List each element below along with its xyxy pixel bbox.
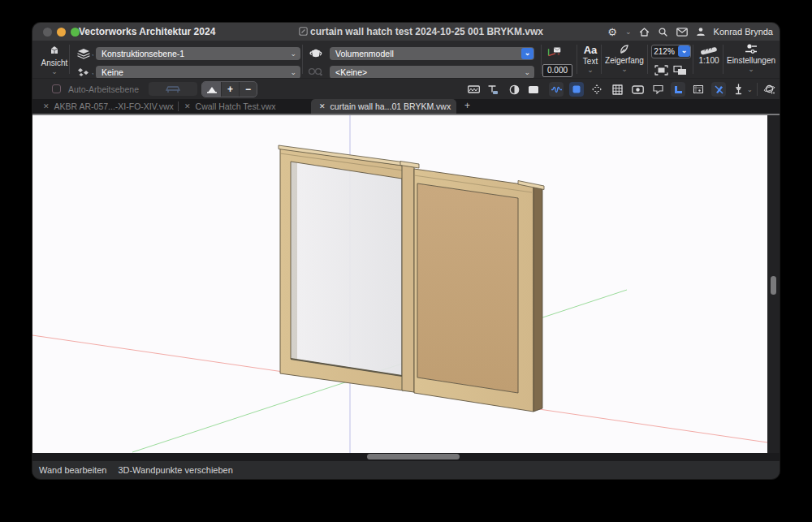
glass-pane (291, 162, 402, 376)
look-at-workplane-icon (206, 84, 218, 94)
classes-icon[interactable]: ⌄ (76, 64, 93, 79)
settings-sliders-icon (744, 43, 758, 55)
separator (541, 45, 542, 74)
plan-rotation-axes-icon: x (545, 45, 563, 59)
document-tab-bar: ✕ AKBR AR-057...-XI-FO-XIV.vwx ✕ Cwall H… (32, 99, 780, 114)
title-bar: Vectorworks Architektur 2024 curtain wal… (32, 23, 780, 41)
mail-icon[interactable] (676, 26, 688, 37)
mullion (402, 165, 414, 392)
mode-bar: Auto-Arbeitsebene + − (32, 78, 780, 100)
annotation-icon[interactable] (650, 82, 665, 97)
render-mode-value: Volumenmodell (335, 49, 394, 58)
separator (601, 45, 602, 74)
camera-eye-icon[interactable] (630, 82, 645, 97)
gear-chevron-icon[interactable]: ⌄ (625, 28, 632, 36)
hatch-display-icon[interactable] (466, 82, 481, 97)
settings-label: Einstellungen (725, 56, 777, 65)
render-mode-chevron-button[interactable]: ⌄ (521, 48, 533, 59)
layers-icon[interactable]: ⌄ (76, 46, 93, 61)
auto-workplane-checkbox[interactable] (52, 84, 61, 93)
plumb-chevron-icon[interactable]: ⌄ (747, 86, 753, 93)
tab-cwall-hatch-test[interactable]: ✕ Cwall Hatch Test.vwx (184, 99, 276, 114)
text-menu-button[interactable]: Aa Text ⌄ (573, 44, 607, 74)
layer-dropdown[interactable]: Konstruktionsebene-1 ⌄ (96, 47, 300, 60)
class-dropdown-value: Keine (102, 67, 123, 77)
zoom-out-button[interactable]: − (240, 82, 257, 97)
fill-panel-icon[interactable] (526, 82, 541, 97)
view-zoom-segmented-control: + − (201, 81, 257, 97)
separator (302, 45, 303, 74)
drawing-canvas[interactable] (32, 115, 767, 453)
text-aa-icon: Aa (573, 44, 607, 56)
status-hint: 3D-Wandpunkte verschieben (118, 465, 232, 475)
settings-menu-button[interactable]: Einstellungen ⌄ (725, 43, 777, 73)
gear-icon[interactable]: ⚙ (607, 26, 618, 37)
saved-view-dropdown[interactable]: <Keine> ⌄ (330, 66, 534, 79)
class-dropdown[interactable]: Keine ⌄ (96, 66, 300, 79)
view-menu-button[interactable]: Ansicht ⌄ (37, 43, 72, 75)
search-icon[interactable] (658, 26, 669, 37)
app-window: Vectorworks Architektur 2024 curtain wal… (32, 23, 780, 479)
no-pen-icon[interactable] (711, 82, 726, 97)
spring-constraint-icon[interactable] (549, 82, 564, 97)
snapping-menu-button[interactable]: Zeigerfang ⌄ (604, 43, 645, 73)
workplane-button[interactable] (149, 82, 197, 96)
move-handles-icon[interactable] (590, 82, 604, 97)
scale-ruler-icon (700, 44, 718, 55)
zoom-chevron-button[interactable]: ⌄ (678, 45, 690, 57)
tab-label: AKBR AR-057...-XI-FO-XIV.vwx (54, 101, 174, 111)
horizontal-scrollbar-thumb[interactable] (367, 454, 460, 459)
fit-objects-icon[interactable] (654, 64, 669, 76)
rotation-field[interactable]: 0.000 (542, 64, 572, 77)
separator (647, 45, 648, 74)
render-teapot-icon[interactable] (307, 45, 325, 60)
grid-icon[interactable] (610, 82, 624, 97)
tab-label: Cwall Hatch Test.vwx (196, 101, 276, 111)
vertical-scrollbar-thumb[interactable] (771, 276, 776, 295)
document-title: curtain wall hatch test 2024-10-25 001 B… (310, 26, 543, 37)
contrast-icon[interactable] (507, 82, 521, 97)
minimize-window-button[interactable] (57, 28, 66, 37)
look-at-workplane-button[interactable] (202, 82, 222, 97)
svg-text:⌄: ⌄ (91, 50, 93, 58)
tab-divider (178, 101, 179, 111)
corner-ruler-icon[interactable] (671, 82, 685, 97)
glass-edge-shade (291, 162, 297, 360)
svg-text:⌄: ⌄ (91, 69, 93, 76)
document-icon (299, 27, 308, 36)
user-name[interactable]: Konrad Brynda (714, 27, 773, 37)
fit-page-icon[interactable] (672, 64, 688, 76)
text-scale-icon[interactable] (486, 82, 500, 97)
vertical-scrollbar[interactable] (767, 115, 780, 453)
close-window-button[interactable] (43, 28, 52, 37)
navigation-globe-icon[interactable] (762, 82, 776, 97)
tab-close-icon[interactable]: ✕ (319, 102, 326, 110)
zoom-control[interactable]: 212% ⌄ (651, 45, 691, 58)
layer-chevron-icon: ⌄ (290, 47, 296, 60)
viewport-frame-icon[interactable] (691, 82, 706, 97)
saved-view-chevron-icon: ⌄ (524, 66, 530, 79)
snap-label: Zeigerfang (604, 56, 645, 65)
view-cube-icon (46, 43, 63, 58)
new-tab-button[interactable]: + (464, 100, 470, 111)
plumb-tool-icon[interactable] (731, 82, 745, 97)
blue-square-icon[interactable] (569, 82, 584, 97)
zoom-in-button[interactable]: + (222, 82, 240, 97)
home-icon[interactable] (639, 26, 650, 37)
user-icon[interactable] (695, 26, 706, 37)
saved-view-value: <Keine> (335, 67, 367, 77)
tab-close-icon[interactable]: ✕ (184, 102, 191, 110)
horizontal-scrollbar[interactable] (32, 453, 780, 461)
tab-close-icon[interactable]: ✕ (43, 102, 50, 110)
snap-chevron-icon: ⌄ (604, 66, 645, 73)
render-mode-dropdown[interactable]: Volumenmodell ⌄ (330, 47, 534, 60)
view-label: Ansicht (37, 58, 72, 67)
tab-curtain-wall-active[interactable]: ✕ curtain wall ha...01 BRYKM.vwx (311, 99, 456, 114)
zoom-value: 212% (652, 45, 676, 58)
separator (693, 45, 693, 74)
scale-menu-button[interactable]: 1:100 (694, 44, 723, 65)
class-chevron-icon: ⌄ (290, 66, 296, 79)
tab-akbr[interactable]: ✕ AKBR AR-057...-XI-FO-XIV.vwx (43, 99, 174, 114)
curtain-wall-model[interactable] (279, 145, 544, 412)
scale-value: 1:100 (694, 56, 723, 65)
